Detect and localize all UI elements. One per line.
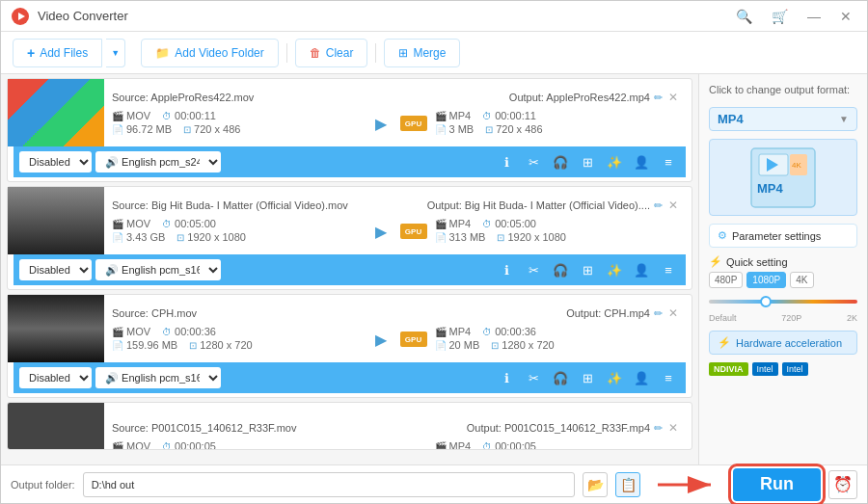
audio-btn-1[interactable]: 🎧 xyxy=(549,150,572,173)
browse-folder-button[interactable]: 📂 xyxy=(583,472,608,497)
close-btn-1[interactable]: ✕ xyxy=(663,89,684,106)
src-size-2: 📄 3.43 GB xyxy=(112,231,165,243)
res-icon-2: ⊡ xyxy=(176,232,184,243)
edit-icon-1[interactable]: ✏ xyxy=(654,92,663,104)
cart-icon[interactable]: 🛒 xyxy=(766,7,794,26)
add-video-folder-label: Add Video Folder xyxy=(175,46,264,60)
effects-btn-1[interactable]: ✨ xyxy=(603,150,626,173)
out-duration-4: ⏱ 00:00:05 xyxy=(482,440,536,450)
file-info-4: Source: P001C015_140612_R33F.mov Output:… xyxy=(104,403,692,450)
res-icon: ⊡ xyxy=(183,124,191,135)
src-col-1: 🎬 MOV ⏱ 00:00:11 xyxy=(112,110,362,137)
gpu-badge-3: GPU xyxy=(400,332,427,347)
merge-label: Merge xyxy=(413,46,446,60)
source-name-4: Source: P001C015_140612_R33F.mov xyxy=(112,422,296,434)
subtitle-btn-2[interactable]: ≡ xyxy=(657,258,680,281)
info-btn-1[interactable]: ℹ xyxy=(495,150,518,173)
edit-icon-4[interactable]: ✏ xyxy=(654,422,663,435)
output-name-3: Output: CPH.mp4 xyxy=(566,307,650,319)
out-duration-3: ⏱ 00:00:36 xyxy=(482,326,536,337)
run-button[interactable]: Run xyxy=(733,468,821,501)
search-icon[interactable]: 🔍 xyxy=(730,7,758,26)
close-btn-3[interactable]: ✕ xyxy=(663,305,684,322)
file-row-2: Source: Big Hit Buda- I Matter (Official… xyxy=(8,187,692,254)
edit-icon-3[interactable]: ✏ xyxy=(654,307,663,320)
quick-setting-section: ⚡ Quick setting 480P 1080P 4K Default 72… xyxy=(709,255,857,323)
out-file-icon-2: 📄 xyxy=(435,232,447,243)
subtitle-select-2[interactable]: Disabled xyxy=(19,259,92,280)
quality-480p[interactable]: 480P xyxy=(709,272,743,288)
cut-btn-1[interactable]: ✂ xyxy=(522,150,545,173)
slider-label-default: Default xyxy=(709,313,737,323)
subtitle-btn-3[interactable]: ≡ xyxy=(657,366,680,389)
trash-icon: 🗑 xyxy=(310,46,321,60)
minimize-button[interactable]: — xyxy=(801,7,827,26)
effects-btn-3[interactable]: ✨ xyxy=(603,366,626,389)
quality-options: 480P 1080P 4K xyxy=(709,272,857,288)
file-info-2: Source: Big Hit Buda- I Matter (Official… xyxy=(104,187,692,254)
file-info-3: Source: CPH.mov Output: CPH.mp4 ✏ ✕ 🎬 xyxy=(104,295,692,362)
add-files-button[interactable]: + Add Files xyxy=(13,39,102,67)
audio-select-1[interactable]: 🔊 English pcm_s24le ( xyxy=(95,151,221,172)
src-res-2: ⊡ 1920 x 1080 xyxy=(176,231,246,243)
out-format-val-1: MP4 xyxy=(449,110,472,121)
intel-badge: Intel xyxy=(752,362,778,376)
edit-icon-2[interactable]: ✏ xyxy=(654,199,663,212)
out-format-icon-2: 🎬 xyxy=(435,219,447,229)
crop-btn-3[interactable]: ⊞ xyxy=(576,366,599,389)
out-dur-val-4: 00:00:05 xyxy=(495,440,536,450)
src-meta-row-1a: 🎬 MOV ⏱ 00:00:11 xyxy=(112,110,362,121)
file-cols-3: 🎬 MOV ⏱ 00:00:36 xyxy=(112,326,684,353)
add-files-dropdown[interactable]: ▼ xyxy=(106,39,125,67)
audio-btn-3[interactable]: 🎧 xyxy=(549,366,572,389)
footer: Output folder: 📂 📋 Run ⏰ xyxy=(1,464,867,503)
parameter-settings-button[interactable]: ⚙ Parameter settings xyxy=(709,224,857,248)
open-folder-button[interactable]: 📋 xyxy=(615,472,640,497)
src-size-1: 📄 96.72 MB xyxy=(112,123,172,135)
cut-btn-3[interactable]: ✂ xyxy=(522,366,545,389)
arrow-col-3: ▶ xyxy=(362,331,400,349)
effects-btn-2[interactable]: ✨ xyxy=(603,258,626,281)
merge-button[interactable]: ⊞ Merge xyxy=(384,39,460,67)
hardware-acceleration-button[interactable]: ⚡ Hardware acceleration xyxy=(709,331,857,355)
out-res-icon: ⊡ xyxy=(485,124,493,135)
out-col-4: 🎬 MP4 ⏱ 00:00:05 xyxy=(435,440,685,450)
subtitle-btn-1[interactable]: ≡ xyxy=(657,150,680,173)
person-btn-2[interactable]: 👤 xyxy=(630,258,653,281)
person-btn-3[interactable]: 👤 xyxy=(630,366,653,389)
src-format-1: 🎬 MOV xyxy=(112,110,150,121)
clear-button[interactable]: 🗑 Clear xyxy=(295,39,368,67)
subtitle-select-3[interactable]: Disabled xyxy=(19,367,92,388)
close-btn-2[interactable]: ✕ xyxy=(663,197,684,214)
close-btn-4[interactable]: ✕ xyxy=(663,419,684,437)
output-folder-input[interactable] xyxy=(83,472,575,497)
audio-select-3[interactable]: 🔊 English pcm_s16le ( xyxy=(95,367,221,388)
svg-text:MP4: MP4 xyxy=(757,181,784,196)
alarm-button[interactable]: ⏰ xyxy=(828,470,857,499)
format-chevron: ▼ xyxy=(839,114,849,124)
out-col-2: 🎬 MP4 ⏱ 00:05:00 xyxy=(435,218,685,245)
cut-btn-2[interactable]: ✂ xyxy=(522,258,545,281)
quality-slider[interactable] xyxy=(709,292,857,311)
source-name-2: Source: Big Hit Buda- I Matter (Official… xyxy=(112,199,348,211)
clear-label: Clear xyxy=(326,46,354,60)
close-button[interactable]: ✕ xyxy=(834,7,857,26)
arrow-col-2: ▶ xyxy=(362,223,400,241)
info-btn-2[interactable]: ℹ xyxy=(495,258,518,281)
src-meta-row-3a: 🎬 MOV ⏱ 00:00:36 xyxy=(112,326,362,337)
info-btn-3[interactable]: ℹ xyxy=(495,366,518,389)
crop-btn-1[interactable]: ⊞ xyxy=(576,150,599,173)
gpu-badge-1: GPU xyxy=(400,116,427,131)
subtitle-select-1[interactable]: Disabled xyxy=(19,151,92,172)
person-btn-1[interactable]: 👤 xyxy=(630,150,653,173)
out-format-val-3: MP4 xyxy=(449,326,472,337)
quality-1080p[interactable]: 1080P xyxy=(746,272,786,288)
format-selector[interactable]: MP4 ▼ xyxy=(709,107,857,131)
file-row-4: Source: P001C015_140612_R33F.mov Output:… xyxy=(8,403,692,450)
add-video-folder-button[interactable]: 📁 Add Video Folder xyxy=(141,39,279,67)
slider-thumb[interactable] xyxy=(760,296,772,307)
audio-btn-2[interactable]: 🎧 xyxy=(549,258,572,281)
audio-select-2[interactable]: 🔊 English pcm_s16le ( xyxy=(95,259,221,280)
crop-btn-2[interactable]: ⊞ xyxy=(576,258,599,281)
quality-4k[interactable]: 4K xyxy=(790,272,813,288)
